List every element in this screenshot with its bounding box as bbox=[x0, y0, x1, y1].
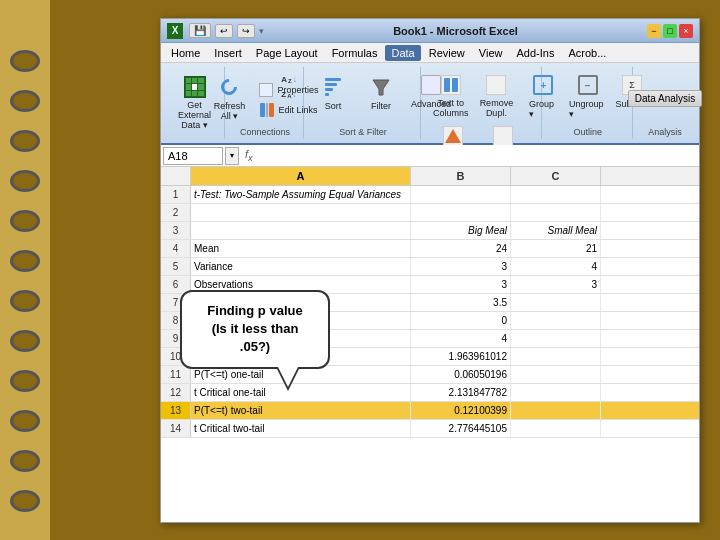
whatif-icon bbox=[493, 126, 513, 146]
notebook-binding bbox=[0, 0, 50, 540]
sort-filter-label: Sort & Filter bbox=[339, 127, 387, 137]
close-button[interactable]: × bbox=[679, 24, 693, 38]
formula-bar: ▾ fx bbox=[161, 145, 699, 167]
speech-line2: (Is it less than bbox=[212, 321, 299, 336]
menu-data[interactable]: Data bbox=[385, 45, 420, 61]
name-box[interactable] bbox=[163, 147, 223, 165]
ribbon-group-data-tools: Text toColumns RemoveDupl. DataValidatio… bbox=[423, 67, 541, 139]
analysis-label: Analysis bbox=[648, 127, 682, 137]
table-row: 14 t Critical two-tail 2.776445105 bbox=[161, 420, 699, 438]
menu-formulas[interactable]: Formulas bbox=[326, 45, 384, 61]
col-header-a: A bbox=[191, 167, 411, 185]
menu-review[interactable]: Review bbox=[423, 45, 471, 61]
data-val-icon bbox=[443, 126, 463, 146]
remove-dup-icon bbox=[486, 75, 506, 95]
filter-icon bbox=[369, 75, 393, 99]
sort-icon bbox=[321, 75, 345, 99]
col-header-c: C bbox=[511, 167, 601, 185]
text-to-columns-icon bbox=[441, 75, 461, 95]
title-bar: X 💾 ↩ ↪ ▾ Book1 - Microsoft Excel − □ × bbox=[161, 19, 699, 43]
quick-save[interactable]: 💾 bbox=[189, 23, 211, 38]
window-title: Book1 - Microsoft Excel bbox=[264, 25, 647, 37]
ribbon-group-sort-filter: A Z ↓ Z A ↓ bbox=[306, 67, 421, 139]
name-dropdown[interactable]: ▾ bbox=[225, 147, 239, 165]
ribbon-group-outline: + Group ▾ − Ungroup ▾ Σ Sub bbox=[544, 67, 633, 139]
maximize-button[interactable]: □ bbox=[663, 24, 677, 38]
table-row: 3 Big Meal Small Meal bbox=[161, 222, 699, 240]
speech-bubble-container: Finding p value (Is it less than .05?) bbox=[180, 290, 330, 369]
sort-az-button[interactable]: A Z ↓ bbox=[271, 73, 307, 86]
speech-bubble: Finding p value (Is it less than .05?) bbox=[180, 290, 330, 369]
spiral-ring bbox=[10, 130, 40, 152]
speech-line1: Finding p value bbox=[207, 303, 302, 318]
table-row: 5 Variance 3 4 bbox=[161, 258, 699, 276]
text-to-columns-button[interactable]: Text toColumns bbox=[429, 73, 473, 121]
fx-label: fx bbox=[241, 148, 257, 163]
col-header-b: B bbox=[411, 167, 511, 185]
spiral-ring bbox=[10, 490, 40, 512]
spiral-ring bbox=[10, 370, 40, 392]
connections-label: Connections bbox=[240, 127, 290, 137]
spiral-ring bbox=[10, 410, 40, 432]
spiral-ring bbox=[10, 450, 40, 472]
data-analysis-button[interactable]: Data Analysis bbox=[628, 90, 703, 107]
group-icon: + bbox=[533, 75, 553, 95]
spiral-ring bbox=[10, 50, 40, 72]
formula-input[interactable] bbox=[259, 147, 697, 165]
spiral-ring bbox=[10, 250, 40, 272]
sort-az-icon: A Z ↓ bbox=[281, 75, 296, 84]
table-row: 12 t Critical one-tail 2.131847782 bbox=[161, 384, 699, 402]
speech-line3: .05?) bbox=[240, 339, 270, 354]
excel-window: X 💾 ↩ ↪ ▾ Book1 - Microsoft Excel − □ × … bbox=[160, 18, 700, 523]
redo-btn[interactable]: ↪ bbox=[237, 24, 255, 38]
ungroup-icon: − bbox=[578, 75, 598, 95]
sort-button[interactable]: Sort bbox=[311, 73, 355, 113]
menu-add-ins[interactable]: Add-Ins bbox=[510, 45, 560, 61]
table-icon bbox=[183, 75, 207, 99]
window-controls: − □ × bbox=[647, 24, 693, 38]
menu-page-layout[interactable]: Page Layout bbox=[250, 45, 324, 61]
group-button[interactable]: + Group ▾ bbox=[525, 73, 562, 121]
ribbon: Get ExternalData ▾ RefreshAll ▾ bbox=[161, 63, 699, 145]
sort-za-icon: Z A ↓ bbox=[281, 90, 296, 99]
minimize-button[interactable]: − bbox=[647, 24, 661, 38]
table-row: 4 Mean 24 21 bbox=[161, 240, 699, 258]
menu-acrobat[interactable]: Acrob... bbox=[562, 45, 612, 61]
sort-label: Sort bbox=[325, 101, 342, 111]
app-icon: X bbox=[167, 23, 183, 39]
table-row: 1 t-Test: Two-Sample Assuming Equal Vari… bbox=[161, 186, 699, 204]
spiral-ring bbox=[10, 170, 40, 192]
ungroup-button[interactable]: − Ungroup ▾ bbox=[565, 73, 610, 121]
table-row: 11 P(T<=t) one-tail 0.06050196 bbox=[161, 366, 699, 384]
spiral-ring bbox=[10, 90, 40, 112]
table-row-highlighted: 13 P(T<=t) two-tail 0.12100399 bbox=[161, 402, 699, 420]
refresh-icon bbox=[217, 75, 241, 99]
menu-view[interactable]: View bbox=[473, 45, 509, 61]
table-row: 2 bbox=[161, 204, 699, 222]
menu-home[interactable]: Home bbox=[165, 45, 206, 61]
refresh-label: RefreshAll ▾ bbox=[214, 101, 246, 121]
outline-label: Outline bbox=[574, 127, 603, 137]
column-headers: A B C bbox=[161, 167, 699, 186]
undo-btn[interactable]: ↩ bbox=[215, 24, 233, 38]
menu-insert[interactable]: Insert bbox=[208, 45, 248, 61]
refresh-all-button[interactable]: RefreshAll ▾ bbox=[207, 73, 251, 123]
svg-marker-0 bbox=[373, 80, 389, 95]
sort-za-button[interactable]: Z A ↓ bbox=[271, 88, 307, 101]
spiral-ring bbox=[10, 210, 40, 232]
filter-label: Filter bbox=[371, 101, 391, 111]
menu-bar: Home Insert Page Layout Formulas Data Re… bbox=[161, 43, 699, 63]
spiral-ring bbox=[10, 290, 40, 312]
row-num-header bbox=[161, 167, 191, 185]
spiral-ring bbox=[10, 330, 40, 352]
remove-duplicates-button[interactable]: RemoveDupl. bbox=[476, 73, 518, 121]
ribbon-group-analysis: Data Analysis Analysis bbox=[635, 67, 695, 139]
filter-button[interactable]: Filter bbox=[359, 73, 403, 113]
